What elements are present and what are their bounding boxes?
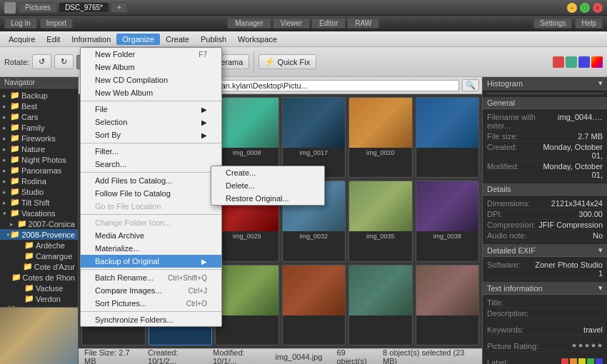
menu-item[interactable]: Compare Images...Ctrl+J: [81, 284, 221, 297]
quickfix-button[interactable]: ⚡ Quick Fix: [259, 54, 316, 69]
menu-item[interactable]: Search...: [81, 158, 221, 171]
menu-item[interactable]: Media Archive: [81, 229, 221, 242]
color-tool-green[interactable]: [566, 56, 577, 68]
menu-item[interactable]: Synchronize Folders...: [81, 313, 221, 326]
menu-organize[interactable]: Organize: [116, 34, 160, 45]
submenu-item[interactable]: Delete...: [211, 179, 324, 192]
submenu-item[interactable]: Restore Original...: [211, 192, 324, 205]
thumbnail-item[interactable]: img_0035: [348, 181, 413, 261]
thumbnail-item[interactable]: [215, 265, 279, 345]
thumbnail-item[interactable]: [416, 97, 480, 178]
import-button[interactable]: Import: [40, 18, 73, 29]
login-button[interactable]: Log In: [4, 18, 37, 29]
star-3[interactable]: ★: [584, 342, 590, 350]
tree-item[interactable]: ▸ 📁 Best: [0, 101, 78, 111]
star-1[interactable]: ★: [571, 342, 577, 350]
menu-item[interactable]: New FolderF7: [81, 48, 221, 61]
tree-item[interactable]: 📁 Cote d'Azur: [0, 261, 78, 272]
tree-item[interactable]: ▸ 📁 Nature: [0, 143, 78, 154]
tab-pictures[interactable]: Pictures: [19, 2, 57, 13]
tree-item[interactable]: 📁 Cotes de Rhon: [0, 272, 78, 283]
color-tool-blue[interactable]: [578, 56, 590, 68]
menu-item[interactable]: Follow File to Catalog: [81, 187, 221, 200]
minimize-button[interactable]: −: [567, 3, 577, 13]
tab-viewer[interactable]: Viewer: [273, 18, 310, 29]
menu-item[interactable]: Selection▶: [81, 116, 221, 128]
rotate-ccw-button[interactable]: ↺: [32, 54, 51, 69]
path-search-button[interactable]: 🔍: [462, 79, 479, 91]
title-bar: Pictures DSC_9765* + − □ ×: [0, 0, 607, 16]
menu-item[interactable]: Batch Rename...Ctrl+Shift+Q: [81, 271, 221, 284]
tab-dsc[interactable]: DSC_9765*: [59, 2, 109, 13]
tree-item[interactable]: ▸ 📁 Family: [0, 122, 78, 133]
tree-item[interactable]: ▸ 📁 Cars: [0, 111, 78, 122]
histogram-arrow[interactable]: ▾: [598, 79, 603, 88]
general-field-row: Modified: Monday, October 01,: [487, 161, 603, 181]
exif-arrow[interactable]: ▾: [598, 246, 603, 255]
menu-item[interactable]: Sort By▶: [81, 128, 221, 141]
menu-item[interactable]: Sort Pictures...Ctrl+O: [81, 297, 221, 310]
menu-publish[interactable]: Publish: [195, 34, 232, 45]
label-color-orange[interactable]: [570, 358, 577, 364]
menu-acquire[interactable]: Acquire: [3, 34, 41, 45]
color-tool-gradient[interactable]: [591, 56, 603, 68]
details-field-row: Dimensions: 2121x3414x24: [487, 198, 603, 209]
star-5[interactable]: ★: [597, 342, 603, 350]
thumbnail-item[interactable]: img_0020: [348, 97, 413, 178]
maximize-button[interactable]: □: [580, 3, 590, 13]
submenu-item[interactable]: Create...: [211, 166, 324, 179]
color-tool-red[interactable]: [553, 56, 564, 68]
tree-item[interactable]: ▸ 📁 Night Photos: [0, 154, 78, 165]
folder-icon: 📁: [10, 230, 20, 239]
tree-item[interactable]: 📁 Vacluse: [0, 283, 78, 293]
tree-item[interactable]: 📁 Verdon: [0, 293, 78, 304]
label-color-green[interactable]: [587, 358, 594, 364]
thumbnail-item[interactable]: img_0038: [416, 181, 480, 261]
tab-editor[interactable]: Editor: [311, 18, 346, 29]
folder-icon: 📁: [10, 112, 20, 121]
tree-item[interactable]: ▸ 📁 Studio: [0, 186, 78, 197]
tree-item[interactable]: ▸ 📁 2007-Corsica: [0, 218, 78, 229]
menu-create[interactable]: Create: [160, 34, 195, 45]
menu-item[interactable]: New Album: [81, 61, 221, 74]
tree-item[interactable]: ▾ 📁 Vacations: [0, 208, 78, 218]
label-color-red[interactable]: [561, 358, 568, 364]
text-info-arrow[interactable]: ▾: [598, 283, 603, 293]
tree-item[interactable]: ▸ 📁 Fireworks: [0, 133, 78, 143]
menu-item[interactable]: New CD Compilation: [81, 74, 221, 86]
menu-edit[interactable]: Edit: [41, 34, 66, 45]
tree-item[interactable]: ▾ 📁 2008-Provence: [0, 229, 78, 240]
thumbnail-item[interactable]: [282, 265, 346, 345]
tree-item[interactable]: ▸ 📁 Tilt Shift: [0, 197, 78, 208]
thumbnail-item[interactable]: [348, 265, 413, 345]
menu-item[interactable]: Filter...: [81, 145, 221, 158]
close-button[interactable]: ×: [593, 3, 603, 13]
tab-manager[interactable]: Manager: [227, 18, 271, 29]
tree-item[interactable]: 📁 Ardèche: [0, 240, 78, 251]
menu-item[interactable]: Add Files to Catalog...: [81, 174, 221, 187]
label-color-yellow[interactable]: [578, 358, 586, 364]
thumbnail-item[interactable]: [416, 265, 480, 345]
menu-item[interactable]: Backup of Original▶: [81, 255, 221, 268]
rating-stars[interactable]: ★ ★ ★ ★ ★: [571, 342, 603, 350]
star-2[interactable]: ★: [578, 342, 583, 350]
tab-extra[interactable]: +: [111, 2, 128, 13]
label-color-blue[interactable]: [596, 358, 603, 364]
menu-information[interactable]: Information: [66, 34, 116, 45]
help-button[interactable]: Help: [575, 18, 603, 29]
thumbnail-image: [216, 266, 279, 315]
rotate-cw-button[interactable]: ↻: [54, 54, 74, 69]
tree-item[interactable]: 📁 Camargue: [0, 251, 78, 261]
tree-item[interactable]: ▸ 📁 Rodina: [0, 176, 78, 186]
menu-workspace[interactable]: Workspace: [232, 34, 283, 45]
menu-item[interactable]: Materialize...: [81, 242, 221, 255]
tree-item[interactable]: ▸ 📁 Panoramas: [0, 165, 78, 176]
menu-item[interactable]: File▶: [81, 103, 221, 116]
settings-button[interactable]: Settings: [533, 18, 572, 29]
tree-item[interactable]: ▸ 📁 Backup: [0, 90, 78, 101]
menu-item[interactable]: New Web Album: [81, 86, 221, 99]
tab-raw[interactable]: RAW: [347, 18, 379, 29]
histogram-bar: [541, 93, 544, 93]
star-4[interactable]: ★: [591, 342, 596, 350]
thumbnail-image: [349, 98, 412, 148]
